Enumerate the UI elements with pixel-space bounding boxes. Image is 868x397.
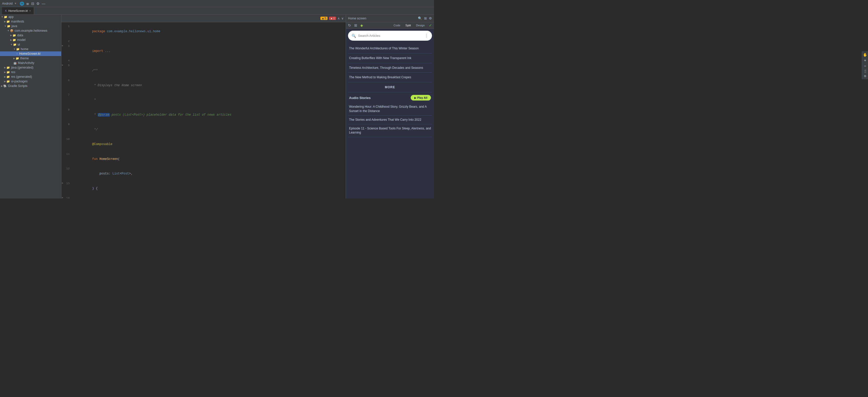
line-content: ) { <box>72 181 346 196</box>
audio-title: The Stories and Adventures That We Carry… <box>349 118 421 122</box>
chevron-icon: ▼ <box>10 43 12 46</box>
article-item-2[interactable]: Creating Butterflies With New Transparen… <box>348 54 432 63</box>
settings-icon[interactable]: ⚙ <box>36 2 40 6</box>
line-number: ▶ 14 <box>61 196 72 199</box>
fold-icon: ▶ <box>62 196 63 199</box>
view-mode-split-btn[interactable]: Split <box>404 23 412 27</box>
sidebar-item-ui-packages[interactable]: ▶ 📁 ui-packages <box>0 79 61 84</box>
sidebar-item-manifests[interactable]: ▶ 📁 manifests <box>0 19 61 24</box>
sidebar-item-label: Gradle Scripts <box>8 84 27 88</box>
article-item-4[interactable]: The New Method to Making Breakfast Crepe… <box>348 73 432 82</box>
chevron-icon: ▼ <box>1 15 3 18</box>
line-number: 6 <box>61 78 72 83</box>
preview-icons: 🔍 ⊞ ⚙ <box>418 16 432 20</box>
tab-close-icon[interactable]: × <box>29 9 31 12</box>
sidebar-item-res[interactable]: ▶ 📁 res <box>0 70 61 74</box>
line-number: ▶ 13 <box>61 181 72 186</box>
split-icon[interactable]: ⊟ <box>31 2 34 6</box>
line-content: Scaffold() { innerPadding -> <box>72 196 346 199</box>
tab-label: HomeScreen.kt <box>8 9 28 12</box>
line-number: 10 <box>61 137 72 142</box>
sidebar-item-label: MainActivity <box>18 61 34 65</box>
sidebar-item-model[interactable]: ▶ 📁 model <box>0 38 61 42</box>
chevron-icon: ▼ <box>7 29 9 32</box>
sidebar-item-mainactivity[interactable]: 🤖 MainActivity <box>0 61 61 65</box>
audio-item-3[interactable]: Episode 11 - Science Based Tools For Sle… <box>348 124 432 137</box>
tab-kt-icon: K <box>5 9 7 12</box>
lines-icon[interactable]: ≣ <box>26 2 29 6</box>
article-title: Creating Butterflies With New Transparen… <box>349 56 411 60</box>
line-number: 9 <box>61 122 72 127</box>
java-folder-icon: 📁 <box>6 66 10 69</box>
sidebar-item-data[interactable]: ▶ 📁 data <box>0 33 61 38</box>
view-mode-refresh-icon[interactable]: ↻ <box>348 23 351 27</box>
sidebar-item-label: ui <box>18 43 20 46</box>
design-label: Design <box>416 24 425 27</box>
article-title: The New Method to Making Breakfast Crepe… <box>349 75 411 79</box>
folder-icon: 📁 <box>12 34 16 37</box>
search-more-icon[interactable]: ⋮ <box>424 33 428 38</box>
audio-item-2[interactable]: The Stories and Adventures That We Carry… <box>348 115 432 124</box>
sidebar-item-label: com.example.hellonews <box>14 29 47 32</box>
chevron-down-icon[interactable]: ∨ <box>341 16 344 20</box>
code-label: Code <box>394 24 400 27</box>
more-button[interactable]: MORE <box>348 82 432 92</box>
article-item-1[interactable]: The Wonderful Architectures of This Wint… <box>348 44 432 54</box>
sidebar-item-package[interactable]: ▼ 📦 com.example.hellonews <box>0 28 61 33</box>
android-label: Android <box>2 2 12 5</box>
chevron-icon: ▶ <box>1 85 3 87</box>
minimize-icon[interactable]: — <box>42 2 45 6</box>
view-mode-layers-icon[interactable]: ◈ <box>360 23 363 27</box>
code-line-blank: 4 <box>61 59 346 63</box>
play-icon: ▶ <box>414 96 416 99</box>
sidebar-item-label: manifests <box>11 20 24 23</box>
sidebar-item-label: app <box>8 15 13 19</box>
line-number: ▶ 3 <box>61 44 72 48</box>
chevron-icon: ▶ <box>10 34 12 37</box>
code-line-open-brace: ▶ 13 ) { <box>61 181 346 196</box>
sidebar-item-java[interactable]: ▼ 📁 java <box>0 24 61 28</box>
checkmark-icon: ✓ <box>429 23 432 27</box>
split-label: Split <box>405 24 411 27</box>
sidebar-item-label: data <box>17 34 23 37</box>
search-icon[interactable]: 🔍 <box>418 16 422 20</box>
chevron-icon: ▶ <box>4 66 6 69</box>
sidebar-item-res-generated[interactable]: ▶ 📁 res (generated) <box>0 74 61 79</box>
preview-panel: Home screen 🔍 ⊞ ⚙ ↻ ⊞ ◈ Code Split Desig… <box>346 14 434 199</box>
view-mode-code-btn[interactable]: Code <box>393 23 401 27</box>
play-all-button[interactable]: ▶ Play All <box>411 95 431 101</box>
sidebar-item-gradle[interactable]: ▶ 🐘 Gradle Scripts <box>0 84 61 88</box>
sidebar-item-java-generated[interactable]: ▶ 📁 java (generated) <box>0 65 61 70</box>
fold-icon: ▶ <box>62 181 63 185</box>
settings-icon[interactable]: ⚙ <box>429 16 432 20</box>
layout-icon[interactable]: ⊞ <box>424 16 427 20</box>
chevron-up-icon[interactable]: ∧ <box>338 16 340 20</box>
code-line-scaffold: ▶ 14 Scaffold() { innerPadding -> <box>61 196 346 199</box>
search-bar[interactable]: 🔍 Search Articles ⋮ <box>348 31 432 41</box>
tab-homescreen[interactable]: K HomeScreen.kt × <box>2 7 34 14</box>
view-mode-design-btn[interactable]: Design <box>415 23 426 27</box>
code-line-import: ▶ 3 import ... <box>61 44 346 59</box>
android-file-icon: 🤖 <box>13 61 17 65</box>
article-item-3[interactable]: Timeless Architecture, Through Decades a… <box>348 63 432 73</box>
gradle-icon: 🐘 <box>3 85 7 88</box>
sidebar-item-homescreen-kt[interactable]: K HomeScreen.kt <box>0 52 61 56</box>
code-line-comment-param: 8 * @param posts (List<Post>) placeholde… <box>61 108 346 123</box>
android-label-section: Android ▼ <box>2 2 17 5</box>
code-content[interactable]: 1 package com.example.hellonews.ui.home … <box>61 22 346 199</box>
globe-icon[interactable]: 🌐 <box>20 2 24 6</box>
audio-item-1[interactable]: Wondering Hour: A Childhood Story, Grizz… <box>348 103 432 115</box>
warning-badge: ▲ 5 <box>320 16 327 20</box>
line-number: 12 <box>61 167 72 171</box>
line-content: posts: List<Post>, <box>72 167 346 181</box>
view-mode-grid-icon[interactable]: ⊞ <box>354 23 357 27</box>
code-editor: ▲ 5 ▲ 1 ∧ ∨ 1 package com.example.hellon… <box>61 14 346 199</box>
folder-icon: 📁 <box>16 57 19 60</box>
sidebar-item-theme[interactable]: ▶ 📁 theme <box>0 56 61 61</box>
more-label: MORE <box>385 86 395 89</box>
sidebar-item-app[interactable]: ▼ 📁 app <box>0 14 61 19</box>
sidebar-item-ui[interactable]: ▼ 📁 ui <box>0 42 61 47</box>
folder-icon: 📁 <box>4 15 7 19</box>
sidebar-item-home[interactable]: ▼ 📁 home <box>0 47 61 52</box>
fold-icon: ▶ <box>62 63 63 67</box>
